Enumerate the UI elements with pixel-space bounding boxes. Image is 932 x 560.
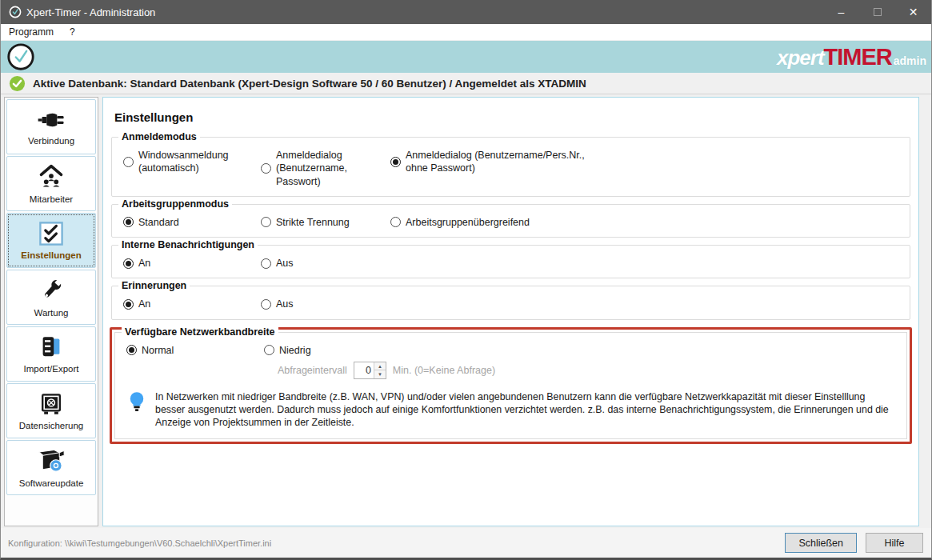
radio-icon-selected[interactable] [390,157,401,167]
software-update-icon [38,447,65,474]
radio-icon[interactable] [123,157,134,167]
app-clock-icon [9,6,22,18]
sidebar-item-label: Datensicherung [19,421,84,430]
sidebar-item-label: Wartung [34,308,68,318]
lightbulb-icon [128,390,146,414]
brand-logo: xpertTIMERadmin [777,46,926,69]
safe-icon [38,391,64,417]
maximize-button[interactable] [859,0,895,24]
sidebar: Verbindung Mitarbeiter Ei [4,97,98,526]
sidebar-item-datensicherung[interactable]: Datensicherung [6,383,96,438]
radio-icon-selected[interactable] [123,217,134,227]
abfrageintervall-suffix: Min. (0=Keine Abfrage) [393,365,495,376]
spinner-up-icon[interactable]: ▲ [374,362,386,371]
team-house-icon [37,163,66,190]
sidebar-item-label: Einstellungen [21,250,81,260]
settings-panel: Einstellungen Anmeldemodus Windowsanmeld… [102,97,919,526]
import-export-icon [38,334,64,360]
radio-standard[interactable]: Standard [123,216,261,229]
radio-normal[interactable]: Normal [126,344,264,357]
wrench-icon [38,277,65,304]
radio-strikte-trennung[interactable]: Strikte Trennung [261,216,390,229]
brand-clock-icon [6,42,36,72]
minimize-button[interactable]: – [823,0,859,24]
window-title: Xpert-Timer - Administration [26,6,155,18]
brand-header: xpertTIMERadmin [1,41,931,73]
bandwidth-note-text: In Netzwerken mit niedriger Bandbreite (… [155,390,897,429]
sidebar-item-softwareupdate[interactable]: Softwareupdate [6,440,96,495]
radio-icon[interactable] [390,217,401,227]
checklist-icon [38,221,64,246]
group-label: Interne Benachrichtigungen [118,239,258,250]
radio-icon[interactable] [261,217,271,227]
group-anmeldemodus: Anmeldemodus Windowsanmeldung (automatis… [111,137,910,197]
radio-icon-selected[interactable] [126,345,137,355]
database-status-text: Aktive Datenbank: Standard Datenbank (Xp… [33,78,586,90]
logo-xpert: xpert [777,47,824,68]
plug-icon [37,108,66,132]
group-arbeitsgruppenmodus: Arbeitsgruppenmodus Standard Strikte Tre… [111,204,910,238]
menu-programm[interactable]: Programm [1,24,62,40]
menu-bar: Programm ? [1,24,931,41]
footer-bar: Konfiguration: \\kiwi\Testumgebungen\V60… [1,528,931,558]
logo-admin: admin [894,55,926,66]
radio-windowsanmeldung[interactable]: Windowsanmeldung (automatisch) [123,149,261,175]
sidebar-item-label: Import/Export [23,364,78,374]
radio-benachrichtigungen-aus[interactable]: Aus [261,257,390,270]
group-label: Erinnerungen [118,280,190,291]
config-path-text: Konfiguration: \\kiwi\Testumgebungen\V60… [8,538,271,548]
close-icon: ✕ [909,6,918,18]
help-button[interactable]: Hilfe [866,533,923,553]
highlight-border: Verfügbare Netzwerkbandbreite Normal Nie… [110,327,912,445]
app-window: Xpert-Timer - Administration – ✕ Program… [0,0,932,560]
radio-erinnerungen-aus[interactable]: Aus [261,298,390,310]
abfrageintervall-spinner[interactable]: 0 ▲ ▼ [354,362,386,379]
abfrageintervall-value[interactable]: 0 [354,362,374,378]
spinner-down-icon[interactable]: ▼ [374,370,386,378]
abfrageintervall-row: Abfrageintervall 0 ▲ ▼ Min. (0=Keine Abf… [278,362,898,379]
close-button[interactable]: ✕ [895,0,931,24]
radio-icon-selected[interactable] [123,299,134,310]
sidebar-item-einstellungen[interactable]: Einstellungen [6,213,96,268]
radio-arbeitsgruppenuebergreifend[interactable]: Arbeitsgruppenübergreifend [390,216,530,229]
radio-niedrig[interactable]: Niedrig [264,344,394,357]
bandwidth-note: In Netzwerken mit niedriger Bandbreite (… [128,390,897,429]
radio-icon-selected[interactable] [123,258,134,269]
menu-help[interactable]: ? [62,24,83,40]
success-check-icon [9,75,26,92]
sidebar-item-label: Softwareupdate [19,478,84,488]
group-label: Anmeldemodus [118,131,200,142]
radio-icon[interactable] [261,258,271,269]
abfrageintervall-label: Abfrageintervall [278,365,347,376]
group-erinnerungen: Erinnerungen An Aus [111,286,910,319]
sidebar-item-wartung[interactable]: Wartung [6,270,96,325]
group-label: Arbeitsgruppenmodus [118,198,232,210]
radio-icon[interactable] [264,345,274,355]
group-label: Verfügbare Netzwerkbandbreite [122,326,278,338]
sidebar-item-mitarbeiter[interactable]: Mitarbeiter [6,156,96,211]
sidebar-item-label: Mitarbeiter [30,194,73,204]
group-netzwerkbandbreite: Verfügbare Netzwerkbandbreite Normal Nie… [114,332,907,440]
radio-anmeldedialog-passwort[interactable]: Anmeldedialog (Benutzername, Passwort) [261,149,390,188]
radio-benachrichtigungen-an[interactable]: An [123,257,261,270]
radio-icon[interactable] [261,299,271,310]
sidebar-item-import-export[interactable]: Import/Export [6,326,96,382]
radio-erinnerungen-an[interactable]: An [123,298,261,310]
sidebar-item-label: Verbindung [28,136,74,146]
sidebar-item-verbindung[interactable]: Verbindung [6,99,96,154]
database-status-bar: Aktive Datenbank: Standard Datenbank (Xp… [1,73,931,94]
close-dialog-button[interactable]: Schließen [785,533,857,553]
minimize-icon: – [838,6,845,18]
radio-anmeldedialog-ohne-passwort[interactable]: Anmeldedialog (Benutzername/Pers.Nr., oh… [390,149,585,175]
radio-icon[interactable] [261,163,271,174]
maximize-icon [874,8,882,16]
page-title: Einstellungen [114,110,912,124]
title-bar: Xpert-Timer - Administration – ✕ [1,0,931,24]
group-interne-benachrichtigungen: Interne Benachrichtigungen An Aus [111,245,910,278]
logo-timer: TIMER [824,46,892,69]
